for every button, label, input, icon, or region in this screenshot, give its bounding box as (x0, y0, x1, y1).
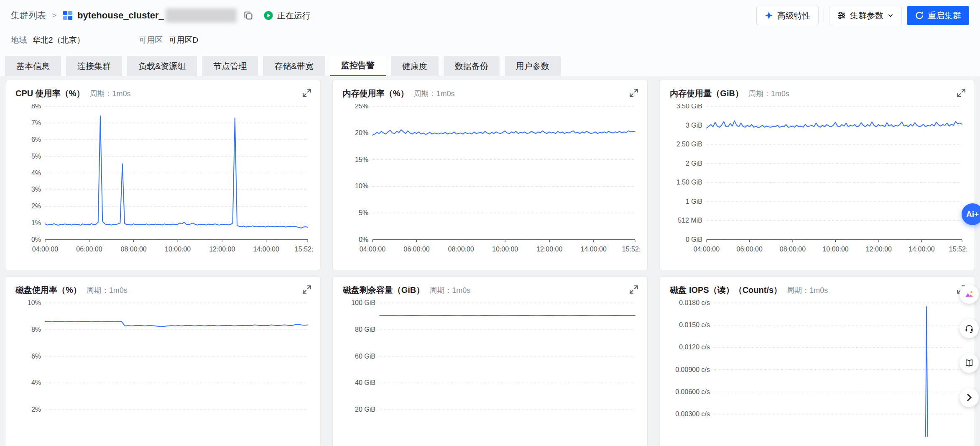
chart-period: 周期：1m0s (787, 285, 828, 295)
tab-node-management[interactable]: 节点管理 (202, 56, 258, 76)
svg-text:14:00:00: 14:00:00 (909, 246, 935, 253)
svg-text:8%: 8% (31, 326, 41, 333)
svg-text:8%: 8% (31, 104, 41, 110)
region-label: 地域 (11, 35, 27, 46)
svg-text:08:00:00: 08:00:00 (780, 246, 806, 253)
header-bar: 集群列表 > bytehouse_cluster_ 正在运行 高级特性 (0, 0, 980, 31)
chart-card-cpu-usage: CPU 使用率（%） 周期：1m0s 8%7%6%5%4%3%2%1%0%04:… (5, 80, 321, 270)
ai-assistant-fab[interactable]: Ai+ (962, 203, 980, 225)
tab-data-backup[interactable]: 数据备份 (444, 56, 500, 76)
svg-text:08:00:00: 08:00:00 (120, 246, 146, 253)
chart-card-disk-iops-read: 磁盘 IOPS（读）（Count/s） 周期：1m0s 0.0180 c/s0.… (659, 277, 975, 446)
svg-text:2%: 2% (31, 406, 41, 413)
svg-text:06:00:00: 06:00:00 (76, 246, 102, 253)
disk-iops-read-chart: 0.0180 c/s0.0150 c/s0.0120 c/s0.00900 c/… (664, 300, 968, 446)
svg-text:1%: 1% (31, 219, 41, 226)
svg-text:14:00:00: 14:00:00 (580, 246, 606, 253)
svg-text:12:00:00: 12:00:00 (209, 246, 235, 253)
charts-grid: CPU 使用率（%） 周期：1m0s 8%7%6%5%4%3%2%1%0%04:… (0, 76, 980, 446)
chart-period: 周期：1m0s (413, 89, 454, 99)
tab-basic-info[interactable]: 基本信息 (5, 56, 61, 76)
az-value: 可用区D (169, 35, 199, 46)
tab-storage-bandwidth[interactable]: 存储&带宽 (263, 56, 324, 76)
cluster-name: bytehouse_cluster_ (77, 10, 164, 21)
expand-icon[interactable] (302, 88, 312, 98)
ai-fab-label: Ai+ (966, 210, 979, 219)
region-group: 地域 华北2（北京） (11, 35, 85, 46)
svg-text:0.00300 c/s: 0.00300 c/s (676, 410, 710, 418)
svg-text:08:00:00: 08:00:00 (448, 246, 474, 253)
svg-text:3 GiB: 3 GiB (686, 122, 702, 129)
svg-text:6%: 6% (31, 136, 41, 143)
svg-text:5%: 5% (31, 153, 41, 160)
expand-icon[interactable] (629, 88, 639, 98)
svg-text:06:00:00: 06:00:00 (403, 246, 429, 253)
chart-title: 磁盘使用率（%） (15, 285, 82, 296)
expand-icon[interactable] (302, 285, 312, 295)
status-badge: 正在运行 (263, 10, 311, 21)
tab-health[interactable]: 健康度 (391, 56, 439, 76)
svg-text:100 GiB: 100 GiB (351, 300, 375, 306)
region-value: 华北2（北京） (33, 35, 85, 46)
svg-text:10:00:00: 10:00:00 (492, 246, 518, 253)
chart-title: 磁盘剩余容量（GiB） (343, 285, 425, 296)
svg-text:0.0120 c/s: 0.0120 c/s (679, 343, 710, 351)
svg-text:2%: 2% (31, 202, 41, 210)
running-status-icon (263, 10, 273, 21)
chart-period: 周期：1m0s (87, 285, 128, 295)
chart-card-disk-free-capacity: 磁盘剩余容量（GiB） 周期：1m0s 100 GiB80 GiB60 GiB4… (332, 277, 648, 446)
chart-title: 内存使用率（%） (343, 88, 409, 99)
chart-period: 周期：1m0s (429, 285, 470, 295)
tab-monitoring-alerts[interactable]: 监控告警 (330, 56, 386, 76)
status-text: 正在运行 (277, 10, 311, 21)
disk-free-capacity-chart: 100 GiB80 GiB60 GiB40 GiB20 GiB (337, 300, 641, 446)
svg-text:10:00:00: 10:00:00 (165, 246, 191, 253)
cluster-params-button[interactable]: 集群参数 (829, 6, 902, 25)
svg-text:0.00600 c/s: 0.00600 c/s (676, 388, 710, 395)
chart-card-disk-usage-percent: 磁盘使用率（%） 周期：1m0s 10%8%6%4%2% (5, 277, 321, 446)
breadcrumb-cluster-list[interactable]: 集群列表 (11, 10, 46, 21)
top-section: 集群列表 > bytehouse_cluster_ 正在运行 高级特性 (0, 0, 980, 76)
memory-usage-gib-chart: 3.50 GiB3 GiB2.50 GiB2 GiB1.50 GiB1 GiB5… (664, 104, 968, 267)
restart-cluster-button[interactable]: 重启集群 (907, 6, 969, 25)
svg-text:40 GiB: 40 GiB (355, 379, 375, 386)
cluster-meta-row: 地域 华北2（北京） 可用区 可用区D (0, 31, 980, 49)
support-fab[interactable] (960, 319, 979, 338)
tab-user-params[interactable]: 用户参数 (505, 56, 561, 76)
docs-fab[interactable] (960, 354, 979, 373)
svg-text:1.50 GiB: 1.50 GiB (676, 179, 702, 186)
tab-load-resource-group[interactable]: 负载&资源组 (127, 56, 197, 76)
image-fab[interactable] (960, 285, 979, 304)
svg-text:0%: 0% (359, 236, 368, 243)
svg-text:04:00:00: 04:00:00 (360, 246, 385, 253)
svg-text:15:52:35: 15:52:35 (622, 246, 641, 253)
memory-usage-percent-chart: 25%20%15%10%5%0%04:00:0006:00:0008:00:00… (337, 104, 641, 267)
svg-text:10:00:00: 10:00:00 (823, 246, 849, 253)
chart-period: 周期：1m0s (90, 89, 131, 99)
svg-text:0.0180 c/s: 0.0180 c/s (679, 300, 710, 306)
chevron-down-icon (887, 12, 894, 19)
breadcrumb-separator: > (52, 11, 56, 20)
divider (824, 9, 824, 22)
svg-text:80 GiB: 80 GiB (355, 326, 375, 333)
svg-text:6%: 6% (31, 353, 41, 360)
svg-text:14:00:00: 14:00:00 (253, 246, 279, 253)
svg-text:0.00900 c/s: 0.00900 c/s (676, 366, 710, 373)
disk-usage-percent-chart: 10%8%6%4%2% (10, 300, 314, 446)
svg-text:0.0150 c/s: 0.0150 c/s (679, 321, 710, 328)
collapse-fab[interactable] (960, 388, 979, 407)
cluster-icon (62, 10, 73, 21)
chart-title: CPU 使用率（%） (15, 88, 85, 99)
svg-text:1 GiB: 1 GiB (686, 198, 702, 205)
svg-text:15%: 15% (355, 156, 368, 163)
advanced-features-button[interactable]: 高级特性 (756, 6, 819, 25)
spark-icon (764, 11, 773, 20)
expand-icon[interactable] (629, 285, 639, 295)
svg-text:60 GiB: 60 GiB (355, 353, 375, 360)
svg-text:10%: 10% (28, 300, 41, 306)
svg-text:4%: 4% (31, 169, 41, 177)
tab-connect-cluster[interactable]: 连接集群 (66, 56, 122, 76)
expand-icon[interactable] (956, 88, 966, 98)
copy-icon[interactable] (243, 10, 253, 21)
svg-text:20 GiB: 20 GiB (355, 406, 375, 413)
